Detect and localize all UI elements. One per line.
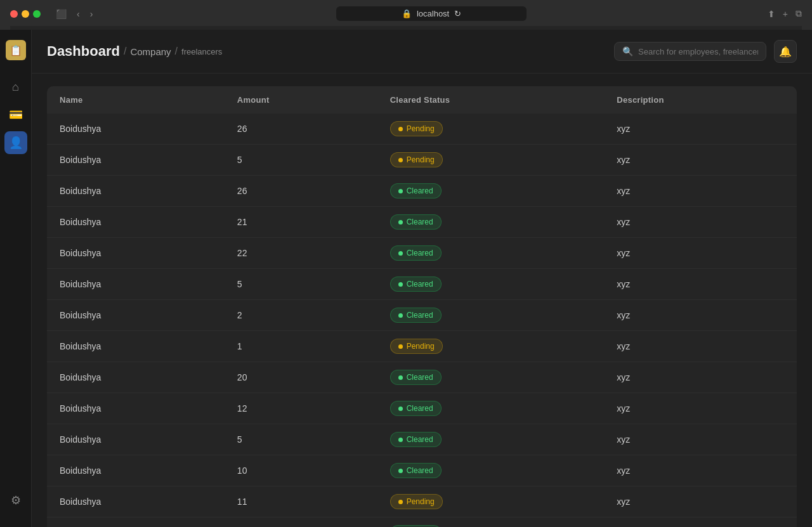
status-label: Pending [407, 155, 435, 164]
status-label: Pending [407, 124, 435, 133]
cell-amount: 12 [225, 393, 377, 424]
sidebar-item-settings[interactable]: ⚙ [4, 489, 27, 512]
maximize-button[interactable] [33, 10, 41, 18]
status-label: Pending [407, 497, 435, 506]
notification-button[interactable]: 🔔 [774, 40, 797, 63]
forward-icon[interactable]: › [88, 8, 96, 20]
cell-description: xyz [604, 300, 797, 331]
status-dot [398, 189, 403, 193]
cell-description: xyz [604, 486, 797, 517]
table-row: Boidushya 10 Cleared xyz [47, 455, 797, 486]
breadcrumb-dashboard: Dashboard [47, 43, 120, 60]
table-row: Boidushya 5 Cleared xyz [47, 424, 797, 455]
cell-status: Cleared [377, 455, 605, 486]
table-row: Boidushya 5 Pending xyz [47, 145, 797, 176]
header-right: 🔍 🔔 [614, 40, 797, 63]
home-icon: ⌂ [12, 81, 19, 94]
cell-status: Cleared [377, 362, 605, 393]
cell-amount: 1 [225, 331, 377, 362]
search-box[interactable]: 🔍 [614, 42, 766, 61]
logo-icon: 📋 [10, 44, 22, 56]
table-row: Boidushya 2 Cleared xyz [47, 300, 797, 331]
address-bar[interactable]: 🔒 localhost ↻ [336, 6, 527, 21]
new-tab-icon[interactable]: + [783, 9, 788, 19]
sidebar-toggle-icon[interactable]: ⬛ [53, 8, 69, 20]
status-badge: Cleared [390, 277, 442, 292]
app-container: 📋 ⌂ 💳 👤 ⚙ Dashboard / Company [0, 30, 812, 527]
data-table: Name Amount Cleared Status Description B… [47, 86, 797, 527]
url-text: localhost [417, 9, 449, 18]
cell-name: Boidushya [47, 455, 225, 486]
table-body: Boidushya 26 Pending xyz Boidushya 5 Pen… [47, 114, 797, 527]
back-icon[interactable]: ‹ [74, 8, 82, 20]
settings-icon: ⚙ [11, 493, 21, 507]
cell-amount: 21 [225, 207, 377, 238]
cell-status: Cleared [377, 300, 605, 331]
col-header-name: Name [47, 86, 225, 114]
status-badge: Cleared [390, 214, 442, 230]
cell-name: Boidushya [47, 486, 225, 517]
table-container: Name Amount Cleared Status Description B… [32, 74, 812, 527]
search-input[interactable] [638, 47, 758, 56]
sidebar-item-payment[interactable]: 💳 [4, 103, 27, 126]
close-button[interactable] [10, 10, 18, 18]
sidebar-item-users[interactable]: 👤 [4, 131, 27, 154]
status-dot [398, 344, 403, 349]
lock-icon: 🔒 [402, 9, 412, 18]
cell-name: Boidushya [47, 517, 225, 528]
status-label: Cleared [407, 404, 433, 413]
table-row: Boidushya 12 Cleared xyz [47, 393, 797, 424]
table-row: Boidushya 26 Cleared xyz [47, 176, 797, 207]
status-dot [398, 313, 403, 318]
cell-amount: 22 [225, 238, 377, 269]
users-icon: 👤 [9, 136, 23, 150]
cell-name: Boidushya [47, 176, 225, 207]
tabs-overview-icon[interactable]: ⧉ [796, 8, 802, 19]
status-dot [398, 500, 403, 504]
status-label: Cleared [407, 466, 433, 475]
breadcrumb-company: Company [130, 46, 171, 57]
breadcrumb-sep-1: / [124, 46, 126, 57]
table-row: Boidushya 8 Cleared xyz [47, 517, 797, 528]
cell-status: Cleared [377, 238, 605, 269]
traffic-lights [10, 10, 41, 18]
status-label: Cleared [407, 373, 433, 382]
cell-name: Boidushya [47, 362, 225, 393]
share-icon[interactable]: ⬆ [768, 9, 775, 19]
status-badge: Cleared [390, 370, 442, 385]
cell-amount: 26 [225, 176, 377, 207]
cell-description: xyz [604, 238, 797, 269]
breadcrumb: Dashboard / Company / freelancers [47, 43, 222, 60]
cell-description: xyz [604, 331, 797, 362]
status-badge: Cleared [390, 432, 442, 447]
table-row: Boidushya 22 Cleared xyz [47, 238, 797, 269]
minimize-button[interactable] [22, 10, 29, 18]
status-dot [398, 282, 403, 287]
cell-status: Cleared [377, 176, 605, 207]
search-icon: 🔍 [622, 46, 633, 56]
sidebar-item-home[interactable]: ⌂ [4, 75, 27, 98]
cell-name: Boidushya [47, 269, 225, 300]
status-badge: Cleared [390, 463, 442, 478]
cell-description: xyz [604, 176, 797, 207]
status-label: Cleared [407, 280, 433, 289]
cell-description: xyz [604, 517, 797, 528]
table-row: Boidushya 26 Pending xyz [47, 114, 797, 145]
cell-description: xyz [604, 424, 797, 455]
address-bar-container: 🔒 localhost ↻ [103, 6, 759, 21]
cell-description: xyz [604, 455, 797, 486]
cell-amount: 8 [225, 517, 377, 528]
col-header-status: Cleared Status [377, 86, 605, 114]
breadcrumb-section: freelancers [181, 47, 222, 56]
cell-description: xyz [604, 393, 797, 424]
cell-status: Cleared [377, 269, 605, 300]
cell-amount: 26 [225, 114, 377, 145]
cell-status: Cleared [377, 393, 605, 424]
sidebar-items: ⌂ 💳 👤 [4, 75, 27, 489]
status-badge: Cleared [390, 401, 442, 416]
status-dot [398, 375, 403, 380]
reload-icon[interactable]: ↻ [454, 9, 461, 18]
status-badge: Cleared [390, 183, 442, 198]
status-badge: Cleared [390, 308, 442, 323]
cell-name: Boidushya [47, 424, 225, 455]
